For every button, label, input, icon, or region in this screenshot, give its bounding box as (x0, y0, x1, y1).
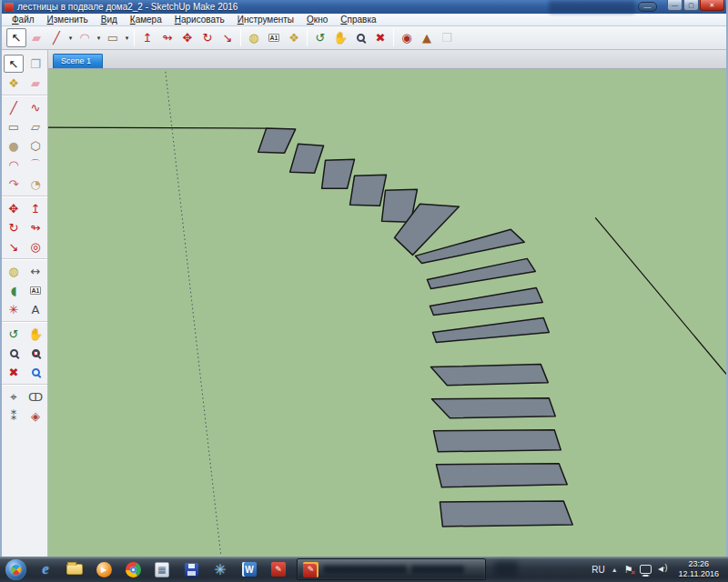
get-models-button[interactable]: ❒ (437, 28, 457, 47)
line-dropdown[interactable]: ▾ (66, 35, 75, 42)
maximize-button[interactable]: ▢ (683, 0, 699, 11)
close-button[interactable]: ✕ (700, 0, 724, 11)
make-component-tool[interactable]: ❐ (25, 55, 46, 73)
arc-3pt-tool[interactable]: ↷ (4, 175, 24, 193)
zoom-extents-tool[interactable]: ✖ (4, 363, 24, 381)
zoom-button[interactable] (350, 28, 370, 47)
arc-tool[interactable]: ⌒ (25, 156, 46, 174)
taskbar-word[interactable]: W (236, 557, 263, 581)
clock[interactable]: 23:26 12.11.2016 (677, 559, 724, 580)
rotated-rectangle-tool[interactable]: ▱ (25, 117, 46, 135)
model-viewport[interactable] (48, 69, 726, 557)
toggle-terrain-button[interactable]: ▲ (417, 28, 437, 47)
circle-tool[interactable]: ● (4, 136, 24, 155)
taskbar-chrome[interactable] (119, 557, 147, 581)
pie-tool[interactable]: ◔ (25, 175, 46, 193)
rectangle-button[interactable]: ▭ (103, 28, 123, 47)
tool-group: ╱∿▭▱●⬡◠⌒↷◔ (2, 95, 47, 194)
offset-tool[interactable]: ◎ (25, 237, 46, 256)
freehand-tool[interactable]: ∿ (25, 98, 46, 116)
rectangle-dropdown[interactable]: ▾ (123, 35, 131, 42)
text-tool[interactable]: A1 (25, 281, 46, 299)
stair-step-13[interactable] (433, 430, 561, 452)
scale-tool[interactable]: ↘ (4, 237, 24, 256)
position-camera-tool[interactable]: ⌖ (4, 387, 24, 406)
polygon-tool[interactable]: ⬡ (25, 136, 46, 155)
pan-button[interactable]: ✋ (330, 28, 350, 47)
push-pull-tool[interactable]: ↥ (25, 199, 46, 217)
protractor-tool[interactable]: ◖ (4, 281, 24, 299)
taskbar-save-utility[interactable] (177, 557, 205, 581)
menu-view[interactable]: Вид (95, 14, 124, 25)
action-center-icon[interactable]: ⚑ (624, 564, 633, 576)
running-window-button[interactable]: ✎ (297, 558, 486, 580)
taskbar-calculator[interactable]: ▦ (148, 557, 176, 581)
zoom-extents-button[interactable]: ✖ (370, 28, 390, 47)
orbit-tool[interactable]: ↺ (4, 325, 24, 343)
volume-icon[interactable] (658, 564, 671, 575)
taskbar-file-explorer[interactable] (61, 557, 88, 581)
menu-edit[interactable]: Изменить (41, 14, 95, 25)
push-pull-button[interactable]: ↥ (137, 28, 157, 47)
arc-2pt-tool[interactable]: ◠ (4, 156, 24, 174)
walk-tool[interactable]: ⁑ (4, 406, 24, 425)
rotate-button[interactable]: ↻ (197, 28, 217, 47)
move-button[interactable]: ✥ (177, 28, 197, 47)
zoom-tool[interactable] (4, 344, 24, 362)
stair-step-14[interactable] (436, 464, 567, 487)
overlay-minimize-button[interactable]: — (638, 2, 657, 12)
arc-dropdown[interactable]: ▾ (95, 35, 103, 42)
rotate-tool[interactable]: ↻ (4, 218, 24, 236)
add-location-button[interactable]: ◉ (397, 28, 417, 47)
pan-tool[interactable]: ✋ (25, 325, 46, 343)
move-tool[interactable]: ✥ (4, 199, 24, 217)
section-plane-tool[interactable]: ◈ (25, 406, 46, 425)
menu-window[interactable]: Окно (300, 14, 334, 25)
menu-help[interactable]: Справка (334, 14, 382, 25)
stair-step-15[interactable] (440, 501, 572, 527)
tape-measure-button[interactable]: ◍ (244, 28, 264, 47)
follow-me-button[interactable]: ↬ (157, 28, 177, 47)
3d-text-tool[interactable]: A (25, 300, 46, 318)
eraser-button[interactable]: ▰ (26, 28, 46, 47)
get-models-icon: ❒ (441, 32, 452, 44)
stair-step-4[interactable] (350, 175, 387, 206)
stair-step-12[interactable] (431, 398, 555, 418)
scene-tab[interactable]: Scene 1 (53, 54, 103, 68)
dimensions-tool[interactable]: ↔ (25, 262, 46, 280)
paint-bucket-button[interactable]: ❖ (284, 28, 304, 47)
follow-me-tool[interactable]: ↬ (25, 218, 46, 236)
menu-draw[interactable]: Нарисовать (168, 14, 231, 25)
show-hidden-icons[interactable]: ▲ (612, 567, 618, 573)
text-button[interactable]: A1 (264, 28, 284, 47)
line-tool[interactable]: ╱ (4, 98, 24, 116)
taskbar-media-player[interactable]: ▶ (90, 557, 117, 581)
orbit-button[interactable]: ↺ (310, 28, 330, 47)
minimize-button[interactable]: — (667, 0, 682, 11)
start-button[interactable] (5, 559, 26, 580)
paint-bucket-tool[interactable]: ❖ (4, 74, 24, 92)
file-explorer-icon (66, 564, 83, 575)
select-tool[interactable]: ↖ (4, 55, 24, 73)
arc-button[interactable]: ◠ (75, 28, 95, 47)
taskbar-sketchup[interactable]: ✎ (265, 557, 292, 581)
scale-button[interactable]: ↘ (217, 28, 238, 47)
taskbar-cad-app[interactable]: ✳ (207, 557, 234, 581)
language-indicator[interactable]: RU (592, 565, 604, 575)
select-button[interactable]: ↖ (6, 28, 26, 47)
zoom-previous-tool[interactable] (25, 363, 46, 381)
menu-camera[interactable]: Камера (124, 14, 168, 25)
menu-tools[interactable]: Инструменты (231, 14, 300, 25)
network-icon[interactable] (640, 565, 652, 574)
tape-measure-tool[interactable]: ◍ (4, 262, 24, 280)
look-around-tool[interactable]: ↀ (25, 387, 46, 406)
stair-step-11[interactable] (430, 365, 548, 386)
chrome-icon (126, 562, 141, 577)
rectangle-tool[interactable]: ▭ (4, 117, 24, 135)
eraser-tool[interactable]: ▰ (25, 74, 46, 92)
zoom-window-tool[interactable] (25, 344, 46, 362)
axes-tool[interactable]: ✳ (4, 300, 24, 318)
line-button[interactable]: ╱ (46, 28, 66, 47)
taskbar-internet-explorer[interactable]: e (32, 557, 59, 581)
menu-file[interactable]: Файл (5, 14, 41, 25)
